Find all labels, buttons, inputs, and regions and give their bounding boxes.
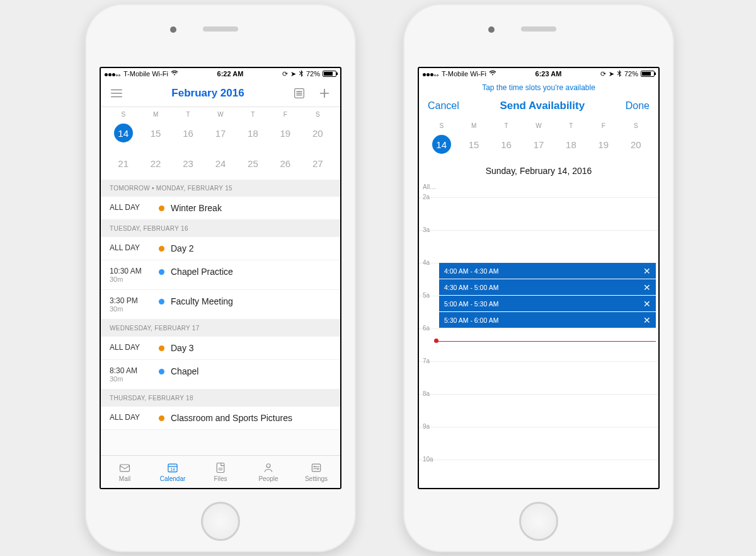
- availability-slot[interactable]: 5:00 AM - 5:30 AM✕: [439, 296, 656, 311]
- availability-slot[interactable]: 5:30 AM - 6:00 AM✕: [439, 312, 656, 328]
- hour-line: 3a: [419, 230, 658, 231]
- hamburger-icon: [110, 86, 123, 100]
- current-time-line: [437, 341, 656, 342]
- section-header: WEDNESDAY, FEBRUARY 17: [101, 320, 340, 337]
- date-cell[interactable]: 15: [139, 120, 171, 146]
- date-cell[interactable]: 20: [620, 132, 652, 157]
- color-dot-icon: [159, 415, 164, 421]
- event-row[interactable]: 8:30 AM30mChapel: [101, 360, 340, 390]
- event-row[interactable]: ALL DAYClassroom and Sports Pictures: [101, 407, 340, 430]
- home-button[interactable]: [201, 502, 240, 541]
- event-time: 10:30 AM: [110, 267, 152, 275]
- hour-label: 5a: [423, 292, 430, 299]
- cancel-button[interactable]: Cancel: [428, 100, 459, 112]
- done-button[interactable]: Done: [626, 100, 650, 112]
- color-dot-icon: [159, 246, 164, 252]
- phone-speaker: [521, 26, 556, 32]
- agenda-list[interactable]: TOMORROW • MONDAY, FEBRUARY 15ALL DAYWin…: [101, 180, 340, 455]
- event-row[interactable]: 3:30 PM30mFaculty Meeting: [101, 290, 340, 320]
- wifi-icon: [171, 70, 178, 78]
- date-cell[interactable]: 15: [457, 132, 490, 157]
- clock-label: 6:23 AM: [536, 70, 562, 78]
- weekday-label: T: [490, 122, 522, 129]
- event-row[interactable]: 10:30 AM30mChapel Practice: [101, 260, 340, 290]
- carrier-label: T-Mobile Wi-Fi: [442, 70, 486, 78]
- date-cell[interactable]: 16: [490, 132, 522, 157]
- slot-label: 5:30 AM - 6:00 AM: [444, 316, 498, 324]
- date-cell[interactable]: 17: [522, 132, 554, 157]
- date-cell[interactable]: 18: [237, 120, 269, 146]
- all-day-label: All…: [423, 183, 436, 190]
- availability-slot[interactable]: 4:30 AM - 5:00 AM✕: [439, 279, 656, 295]
- slot-label: 4:30 AM - 5:00 AM: [444, 284, 498, 291]
- battery-pct: 72%: [624, 70, 638, 78]
- home-button[interactable]: [519, 502, 558, 541]
- color-dot-icon: [159, 206, 164, 211]
- remove-slot-icon[interactable]: ✕: [643, 266, 651, 276]
- tab-mail[interactable]: Mail: [101, 456, 149, 488]
- event-duration: 30m: [110, 375, 152, 383]
- event-title: Winter Break: [171, 203, 222, 213]
- signal-icon: [105, 70, 121, 78]
- remove-slot-icon[interactable]: ✕: [643, 315, 651, 325]
- weekday-header: SMTWTFS: [419, 119, 658, 130]
- date-cell[interactable]: 17: [204, 120, 236, 146]
- date-cell[interactable]: 23: [172, 151, 204, 176]
- date-cell[interactable]: 14: [425, 132, 457, 157]
- date-grid: 1415161718192021222324252627: [101, 119, 340, 180]
- tab-files[interactable]: Files: [197, 456, 244, 488]
- date-cell[interactable]: 26: [269, 151, 301, 176]
- weekday-label: W: [204, 111, 236, 118]
- weekday-label: F: [269, 111, 301, 118]
- date-cell[interactable]: 14: [107, 120, 139, 146]
- plus-icon: [318, 86, 331, 100]
- day-timeline[interactable]: All…2a3a4a5a6a7a8a9a10a4:00 AM - 4:30 AM…: [419, 181, 658, 488]
- list-view-button[interactable]: [291, 86, 307, 100]
- tab-calendar[interactable]: 14Calendar: [149, 456, 197, 488]
- calendar-icon: 14: [166, 461, 180, 474]
- availability-slot[interactable]: 4:00 AM - 4:30 AM✕: [439, 263, 656, 279]
- hint-text: Tap the time slots you're available: [419, 79, 658, 96]
- add-event-button[interactable]: [316, 86, 333, 100]
- date-cell[interactable]: 25: [237, 151, 269, 176]
- tab-settings[interactable]: Settings: [292, 456, 340, 488]
- event-time: ALL DAY: [110, 343, 152, 352]
- nav-bar: Cancel Send Availability Done: [419, 96, 658, 119]
- date-cell[interactable]: 22: [139, 151, 171, 176]
- hour-line: 9a: [419, 427, 658, 427]
- date-cell[interactable]: 21: [107, 151, 139, 176]
- date-cell[interactable]: 27: [302, 151, 334, 176]
- svg-point-5: [266, 464, 270, 468]
- date-cell[interactable]: 20: [302, 120, 334, 146]
- event-row[interactable]: ALL DAYDay 3: [101, 337, 340, 360]
- hour-line: 2a: [419, 197, 658, 198]
- tab-people[interactable]: People: [244, 456, 292, 488]
- bluetooth-icon: [617, 70, 622, 78]
- event-time: ALL DAY: [110, 203, 152, 212]
- date-cell[interactable]: 18: [555, 132, 587, 157]
- date-cell[interactable]: 19: [587, 132, 619, 157]
- location-icon: ➤: [290, 70, 296, 78]
- rotation-lock-icon: ⟳: [282, 70, 288, 78]
- menu-button[interactable]: [108, 86, 125, 100]
- full-date-label: Sunday, February 14, 2016: [419, 161, 658, 181]
- event-row[interactable]: ALL DAYWinter Break: [101, 197, 340, 220]
- weekday-label: S: [425, 122, 457, 129]
- event-time: ALL DAY: [110, 243, 152, 252]
- status-bar: T-Mobile Wi-Fi 6:22 AM ⟳ ➤ 72%: [101, 68, 340, 79]
- date-cell[interactable]: 19: [269, 120, 301, 146]
- weekday-label: S: [302, 111, 334, 118]
- remove-slot-icon[interactable]: ✕: [643, 299, 651, 309]
- settings-icon: [309, 461, 323, 474]
- color-dot-icon: [159, 345, 164, 351]
- section-header: TOMORROW • MONDAY, FEBRUARY 15: [101, 180, 340, 197]
- date-cell[interactable]: 24: [204, 151, 236, 176]
- header-title[interactable]: February 2016: [171, 87, 244, 100]
- remove-slot-icon[interactable]: ✕: [643, 282, 651, 292]
- event-row[interactable]: ALL DAYDay 2: [101, 237, 340, 260]
- svg-rect-4: [217, 463, 224, 473]
- tab-label: Mail: [119, 475, 130, 482]
- date-cell[interactable]: 16: [172, 120, 204, 146]
- tab-label: Calendar: [160, 475, 186, 482]
- hour-line: 10a: [419, 460, 658, 460]
